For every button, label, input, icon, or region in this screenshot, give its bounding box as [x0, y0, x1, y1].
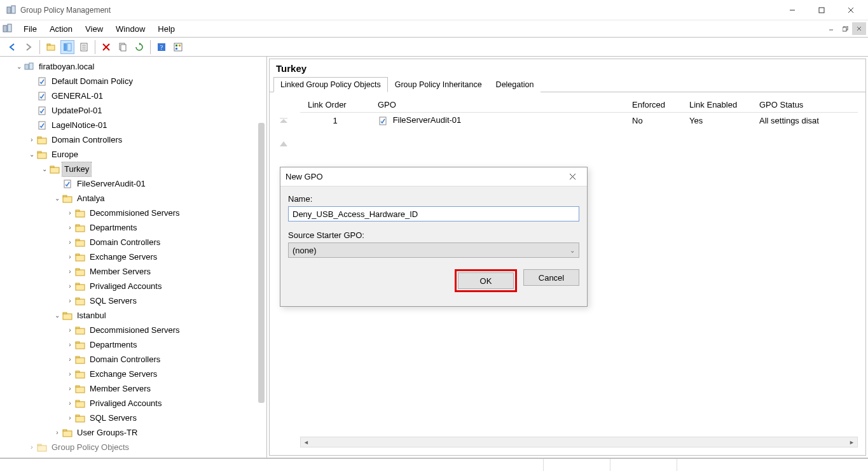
tree-item-ddp[interactable]: Default Domain Policy: [0, 74, 266, 88]
chevron-down-icon: ⌄: [570, 247, 575, 254]
help-button[interactable]: ?: [155, 40, 169, 54]
move-up-button[interactable]: [279, 140, 289, 150]
tree-item-antalya-sql[interactable]: ›SQL Servers: [0, 293, 266, 308]
tree-item-antalya-dc[interactable]: ›Domain Controllers: [0, 235, 266, 250]
tree-item-istanbul-dc[interactable]: ›Domain Controllers: [0, 352, 266, 367]
tree-domain[interactable]: ⌄ firatboyan.local: [0, 59, 266, 74]
menu-help[interactable]: Help: [151, 22, 181, 36]
expand-icon[interactable]: ›: [65, 367, 75, 381]
expand-icon[interactable]: ›: [65, 353, 75, 367]
ok-button[interactable]: OK: [458, 272, 514, 289]
tree-item-europe[interactable]: ⌄ Europe: [0, 147, 266, 162]
cancel-button[interactable]: Cancel: [523, 269, 579, 286]
expand-icon[interactable]: ›: [65, 236, 75, 250]
tree-item-antalya-exch[interactable]: ›Exchange Servers: [0, 250, 266, 264]
settings-button[interactable]: [171, 40, 185, 54]
name-input[interactable]: [288, 206, 579, 221]
expand-icon[interactable]: ›: [65, 294, 75, 308]
expand-icon[interactable]: ›: [65, 382, 75, 396]
properties-button[interactable]: [77, 40, 91, 54]
tree-label: Domain Controllers: [88, 236, 162, 250]
back-button[interactable]: [5, 40, 19, 54]
gpo-link-icon: [378, 116, 388, 126]
expand-icon[interactable]: ›: [65, 250, 75, 264]
tree-item-istanbul[interactable]: ⌄ Istanbul: [0, 308, 266, 323]
collapse-icon[interactable]: ⌄: [14, 60, 24, 74]
col-gpo[interactable]: GPO: [370, 97, 624, 113]
tree-item-usergroups[interactable]: ›User Groups-TR: [0, 425, 266, 440]
expand-icon[interactable]: ›: [27, 440, 37, 454]
menu-window[interactable]: Window: [109, 22, 151, 36]
tab-delegation[interactable]: Delegation: [489, 77, 541, 92]
dialog-titlebar[interactable]: New GPO: [280, 167, 587, 186]
expand-icon[interactable]: ›: [65, 206, 75, 220]
gpo-table[interactable]: Link Order GPO Enforced Link Enabled GPO…: [300, 97, 858, 129]
expand-icon[interactable]: ›: [65, 323, 75, 337]
maximize-button[interactable]: [807, 1, 836, 20]
expand-icon[interactable]: ›: [65, 265, 75, 279]
detail-tabs: Linked Group Policy Objects Group Policy…: [270, 76, 865, 92]
delete-button[interactable]: [99, 40, 113, 54]
show-hide-tree-button[interactable]: [60, 40, 74, 54]
expand-icon[interactable]: ›: [65, 411, 75, 425]
dialog-close-button[interactable]: [563, 169, 582, 185]
horizontal-scrollbar[interactable]: ◄ ►: [300, 437, 858, 447]
menu-view[interactable]: View: [79, 22, 109, 36]
tree-item-turkey[interactable]: ⌄ Turkey: [0, 162, 266, 176]
tree-scrollbar-thumb[interactable]: [258, 123, 265, 403]
tree-item-istanbul-exch[interactable]: ›Exchange Servers: [0, 367, 266, 381]
col-linkorder[interactable]: Link Order: [300, 97, 370, 113]
minimize-button[interactable]: [778, 1, 807, 20]
copy-button[interactable]: [116, 40, 130, 54]
collapse-icon[interactable]: ⌄: [39, 162, 50, 176]
scroll-right-button[interactable]: ►: [846, 437, 857, 447]
tree-item-istanbul-decom[interactable]: ›Decommisioned Servers: [0, 323, 266, 337]
forward-button[interactable]: [22, 40, 36, 54]
col-gpostatus[interactable]: GPO Status: [752, 97, 858, 113]
expand-icon[interactable]: ›: [65, 338, 75, 352]
close-button[interactable]: [836, 1, 865, 20]
mdi-minimize[interactable]: [824, 22, 838, 35]
collapse-icon[interactable]: ⌄: [52, 309, 62, 323]
tree-item-antalya-decom[interactable]: ›Decommisioned Servers: [0, 206, 266, 220]
tree-item-istanbul-priv[interactable]: ›Privaliged Accounts: [0, 396, 266, 411]
svg-rect-63: [76, 327, 79, 328]
up-folder-button[interactable]: [44, 40, 58, 54]
expand-icon[interactable]: ›: [65, 397, 75, 411]
expand-icon[interactable]: ›: [27, 133, 37, 147]
menu-action[interactable]: Action: [43, 22, 79, 36]
table-row[interactable]: 1 FileServerAudit-01 No Yes All settings…: [300, 113, 858, 129]
expand-icon[interactable]: ›: [65, 279, 75, 293]
tree-item-updatepol01[interactable]: UpdatePol-01: [0, 103, 266, 118]
tree-item-istanbul-dept[interactable]: ›Departments: [0, 337, 266, 352]
mdi-close[interactable]: [852, 22, 866, 35]
collapse-icon[interactable]: ⌄: [27, 148, 37, 162]
tree-item-dc[interactable]: › Domain Controllers: [0, 132, 266, 147]
tree-item-fsa[interactable]: FileServerAudit-01: [0, 176, 266, 191]
refresh-button[interactable]: [132, 40, 146, 54]
collapse-icon[interactable]: ⌄: [52, 192, 62, 206]
col-linkenabled[interactable]: Link Enabled: [682, 97, 752, 113]
svg-rect-15: [64, 43, 67, 51]
tree-item-antalya-priv[interactable]: ›Privaliged Accounts: [0, 279, 266, 293]
tree-item-gpoobjects[interactable]: ›Group Policy Objects: [0, 440, 266, 454]
expand-icon[interactable]: ›: [65, 221, 75, 235]
move-top-button[interactable]: [279, 118, 289, 129]
tree-item-istanbul-sql[interactable]: ›SQL Servers: [0, 411, 266, 425]
tree-item-general01[interactable]: GENERAL-01: [0, 88, 266, 103]
tree-item-istanbul-member[interactable]: ›Member Servers: [0, 381, 266, 396]
tree-item-lagelnotice01[interactable]: LagelNotice-01: [0, 118, 266, 132]
tab-inheritance[interactable]: Group Policy Inheritance: [388, 77, 489, 92]
expand-icon[interactable]: ›: [52, 426, 62, 440]
tab-linked-gpo[interactable]: Linked Group Policy Objects: [273, 77, 388, 92]
scroll-left-button[interactable]: ◄: [301, 437, 312, 447]
tree-pane[interactable]: ⌄ firatboyan.local Default Domain Policy…: [0, 57, 267, 458]
tree-item-antalya-dept[interactable]: ›Departments: [0, 220, 266, 235]
tree-item-antalya[interactable]: ⌄ Antalya: [0, 191, 266, 206]
starter-gpo-select[interactable]: (none) ⌄: [288, 243, 579, 258]
tree-item-antalya-member[interactable]: ›Member Servers: [0, 264, 266, 279]
menu-file[interactable]: File: [17, 22, 43, 36]
tree-label: Istanbul: [75, 309, 108, 323]
mdi-restore[interactable]: [838, 22, 852, 35]
col-enforced[interactable]: Enforced: [624, 97, 682, 113]
